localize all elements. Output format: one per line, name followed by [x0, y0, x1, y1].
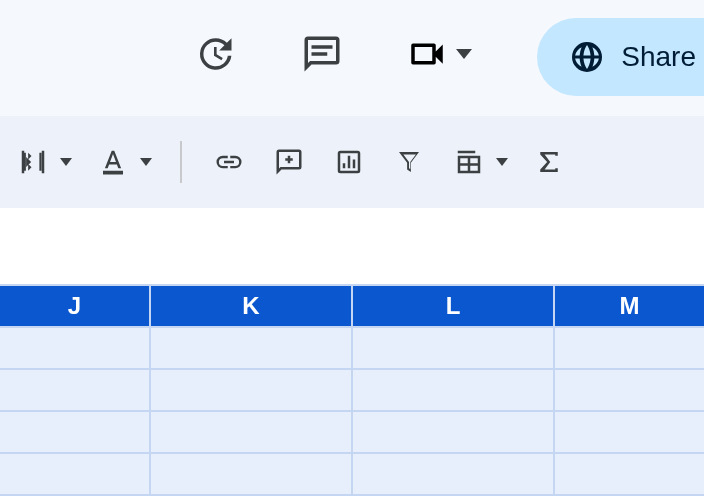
cell[interactable]	[353, 370, 555, 412]
history-icon[interactable]	[190, 30, 238, 78]
column-header[interactable]: L	[353, 284, 555, 328]
table-icon	[450, 143, 488, 181]
toolbar-divider	[180, 141, 182, 183]
cell[interactable]	[0, 454, 151, 496]
cell[interactable]	[0, 412, 151, 454]
toolbar	[0, 116, 704, 208]
titlebar-area: Share	[0, 0, 704, 116]
cell[interactable]	[151, 412, 353, 454]
table-row	[0, 454, 704, 496]
meet-dropdown[interactable]	[406, 33, 472, 75]
top-actions	[190, 30, 472, 78]
comment-icon[interactable]	[298, 30, 346, 78]
cell[interactable]	[0, 328, 151, 370]
insert-chart-button[interactable]	[330, 143, 368, 181]
cell[interactable]	[353, 412, 555, 454]
column-header[interactable]: J	[0, 284, 151, 328]
share-button[interactable]: Share	[537, 18, 704, 96]
chevron-down-icon	[496, 158, 508, 166]
table-row	[0, 370, 704, 412]
spreadsheet-grid[interactable]: J K L M	[0, 284, 704, 496]
cell[interactable]	[555, 328, 704, 370]
text-direction-dropdown[interactable]	[14, 143, 72, 181]
globe-icon	[569, 39, 605, 75]
functions-button[interactable]	[530, 143, 568, 181]
insert-link-button[interactable]	[210, 143, 248, 181]
cell[interactable]	[353, 454, 555, 496]
text-direction-icon	[14, 143, 52, 181]
cell[interactable]	[151, 454, 353, 496]
cell[interactable]	[0, 370, 151, 412]
chevron-down-icon	[140, 158, 152, 166]
table-row	[0, 412, 704, 454]
column-header[interactable]: M	[555, 284, 704, 328]
text-color-icon	[94, 143, 132, 181]
column-header[interactable]: K	[151, 284, 353, 328]
formula-bar-area	[0, 208, 704, 284]
cell[interactable]	[151, 370, 353, 412]
column-header-row: J K L M	[0, 284, 704, 328]
cell[interactable]	[353, 328, 555, 370]
cell[interactable]	[151, 328, 353, 370]
share-label: Share	[621, 41, 696, 73]
filter-button[interactable]	[390, 143, 428, 181]
chevron-down-icon	[60, 158, 72, 166]
cell[interactable]	[555, 370, 704, 412]
cell[interactable]	[555, 412, 704, 454]
svg-rect-0	[103, 171, 123, 175]
table-dropdown[interactable]	[450, 143, 508, 181]
text-color-dropdown[interactable]	[94, 143, 152, 181]
chevron-down-icon	[456, 49, 472, 59]
table-row	[0, 328, 704, 370]
insert-comment-button[interactable]	[270, 143, 308, 181]
cell[interactable]	[555, 454, 704, 496]
